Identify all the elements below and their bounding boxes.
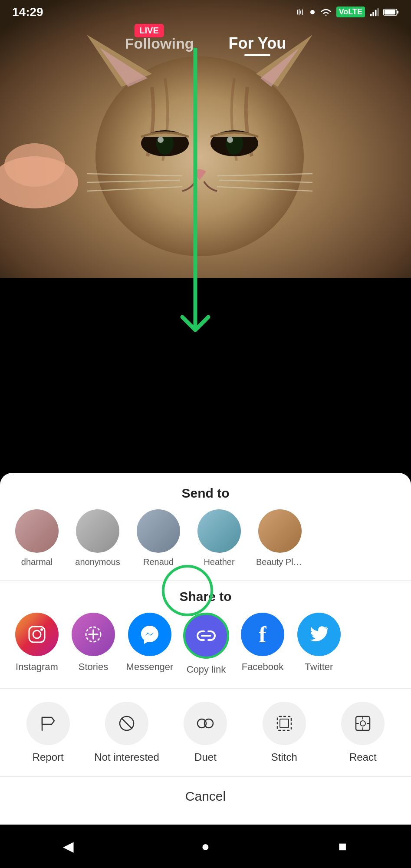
friend-name: Heather	[204, 557, 234, 567]
friend-avatar[interactable]	[197, 509, 241, 553]
svg-point-31	[4, 143, 65, 187]
action-item-stitch[interactable]: Stitch	[252, 702, 317, 763]
twitter-icon	[309, 624, 329, 644]
duet-label: Duet	[194, 751, 217, 763]
friends-row[interactable]: dharmal anonymous Renaud Heather Beauty …	[0, 509, 411, 580]
friend-avatar[interactable]	[76, 509, 119, 553]
svg-point-48	[360, 721, 365, 726]
stitch-icon	[275, 714, 294, 733]
stitch-icon-circle[interactable]	[263, 702, 306, 745]
stories-label: Stories	[79, 661, 108, 673]
share-item-copy-link[interactable]: Copy link	[182, 613, 230, 675]
twitter-icon-circle[interactable]	[297, 613, 341, 656]
not-interested-icon-circle[interactable]	[105, 702, 148, 745]
svg-rect-1	[299, 9, 299, 15]
android-nav-bar: ◀ ● ■	[0, 825, 411, 868]
action-item-report[interactable]: Report	[16, 702, 81, 763]
svg-point-4	[310, 10, 315, 14]
back-button[interactable]: ◀	[56, 833, 82, 859]
instagram-icon-circle[interactable]	[15, 613, 59, 656]
report-icon-circle[interactable]	[26, 702, 70, 745]
svg-point-22	[158, 137, 164, 143]
share-item-instagram[interactable]: Instagram	[13, 613, 61, 673]
friend-avatar[interactable]	[137, 509, 180, 553]
react-icon	[353, 714, 372, 733]
friend-item[interactable]: Renaud	[135, 509, 182, 567]
svg-rect-10	[397, 10, 399, 13]
action-item-react[interactable]: React	[330, 702, 395, 763]
friend-item[interactable]: Beauty Plays Vlog	[256, 509, 304, 567]
facebook-icon: f	[259, 622, 266, 647]
wifi-icon	[320, 7, 332, 17]
duet-icon-circle[interactable]	[184, 702, 227, 745]
svg-rect-2	[300, 10, 301, 13]
status-bar: 14:29 VoLTE	[0, 0, 411, 24]
nav-following[interactable]: Following	[125, 35, 194, 52]
messenger-label: Messenger	[126, 661, 174, 673]
svg-point-34	[33, 630, 41, 638]
signal-icon	[369, 7, 379, 17]
svg-rect-46	[280, 719, 289, 728]
friend-avatar[interactable]	[258, 509, 302, 553]
svg-rect-5	[370, 13, 372, 16]
divider-1	[0, 580, 411, 581]
svg-rect-0	[297, 10, 298, 14]
volte-badge: VoLTE	[336, 7, 365, 17]
svg-rect-3	[302, 9, 302, 15]
stitch-label: Stitch	[271, 751, 297, 763]
svg-line-42	[122, 718, 132, 729]
action-item-not-interested[interactable]: Not interested	[94, 702, 159, 763]
copy-link-label: Copy link	[187, 664, 226, 675]
friend-name: Beauty Plays Vlog	[256, 557, 304, 567]
twitter-label: Twitter	[305, 661, 333, 673]
bottom-sheet: Send to dharmal anonymous Renaud Heather…	[0, 473, 411, 825]
share-item-messenger[interactable]: Messenger	[126, 613, 174, 673]
facebook-label: Facebook	[242, 661, 284, 673]
messenger-icon-circle[interactable]	[128, 613, 171, 656]
svg-rect-6	[372, 12, 374, 16]
facebook-icon-circle[interactable]: f	[241, 613, 284, 656]
share-item-stories[interactable]: Stories	[69, 613, 117, 673]
friend-name: dharmal	[21, 557, 53, 567]
status-time: 14:29	[12, 5, 43, 19]
svg-point-13	[95, 56, 304, 256]
action-item-duet[interactable]: Duet	[173, 702, 238, 763]
share-to-title: Share to	[0, 585, 411, 613]
cancel-button[interactable]: Cancel	[0, 777, 411, 816]
friend-avatar[interactable]	[15, 509, 59, 553]
friend-item[interactable]: dharmal	[13, 509, 61, 567]
stories-icon-circle[interactable]	[72, 613, 115, 656]
nav-for-you[interactable]: For You	[228, 34, 286, 53]
live-badge: LIVE	[134, 24, 164, 37]
svg-point-35	[40, 628, 43, 631]
share-item-facebook[interactable]: f Facebook	[239, 613, 286, 673]
instagram-icon	[27, 625, 46, 644]
svg-rect-45	[277, 716, 291, 730]
react-icon-circle[interactable]	[341, 702, 385, 745]
svg-rect-11	[385, 10, 395, 14]
share-icons-row[interactable]: Instagram Stories Messenger	[0, 613, 411, 688]
friend-item[interactable]: anonymous	[74, 509, 122, 567]
send-to-title: Send to	[0, 473, 411, 509]
instagram-label: Instagram	[16, 661, 58, 673]
copy-link-icon	[195, 625, 217, 647]
copy-link-icon-circle[interactable]	[183, 613, 229, 659]
battery-icon	[383, 7, 399, 17]
share-item-twitter[interactable]: Twitter	[295, 613, 343, 673]
not-interested-icon	[117, 714, 136, 733]
dot-icon	[309, 9, 316, 15]
nav-header: Following For You	[0, 24, 411, 63]
home-button[interactable]: ●	[192, 833, 218, 859]
recents-button[interactable]: ■	[329, 833, 355, 859]
friend-name: Renaud	[143, 557, 174, 567]
stories-icon	[84, 625, 103, 644]
friend-name: anonymous	[75, 557, 120, 567]
messenger-icon	[139, 624, 160, 645]
svg-point-23	[227, 137, 233, 143]
status-icons: VoLTE	[296, 7, 399, 17]
report-icon	[39, 714, 58, 733]
duet-icon	[196, 714, 215, 733]
action-icons-row: Report Not interested Duet	[0, 689, 411, 776]
report-label: Report	[33, 751, 64, 763]
friend-item[interactable]: Heather	[195, 509, 243, 567]
